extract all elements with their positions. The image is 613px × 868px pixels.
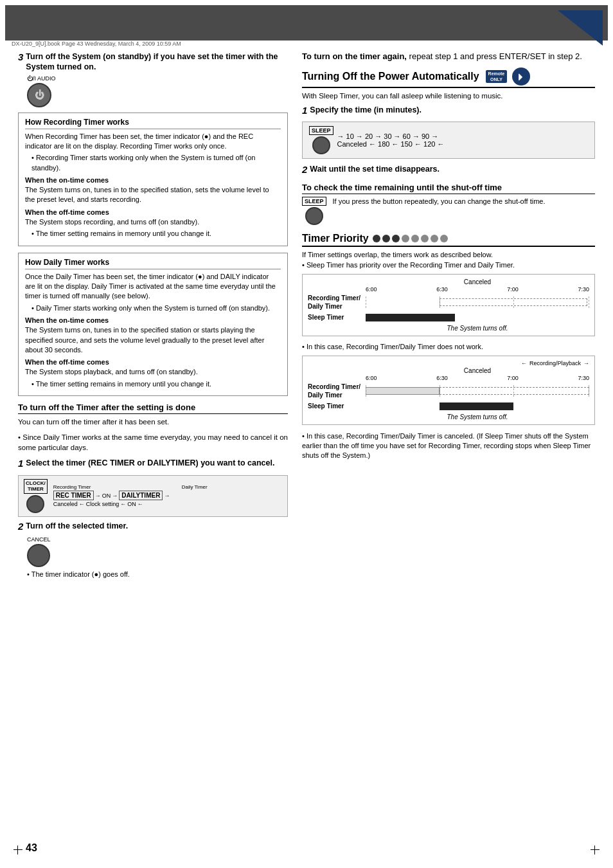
arrow1: → <box>95 493 101 499</box>
diagram1-rec-row: Recording Timer/Daily Timer <box>308 294 589 311</box>
timer-priority-bullet1: • Sleep Timer has priority over the Reco… <box>302 261 595 269</box>
daily-timer-bullet: • Daily Timer starts working only when t… <box>25 303 281 313</box>
sleep-intro: With Sleep Timer, you can fall asleep wh… <box>302 92 595 100</box>
diagram-top-row: REC TIMER → ON → DAILYTIMER → <box>53 491 208 500</box>
diagram2-rec-solid <box>366 387 440 395</box>
on-label1: ON <box>102 493 111 499</box>
diagram2-rec-label: Recording Timer/Daily Timer <box>308 383 366 399</box>
d1-vline2 <box>440 296 440 308</box>
sleep-button-icon <box>312 136 330 154</box>
d2-t3: 7:00 <box>507 375 519 381</box>
diagram1-turns-off: The System turns off. <box>308 325 589 332</box>
diagram-bot-row: Canceled ← Clock setting ← ON ← <box>53 501 208 507</box>
timer-type-labels: Recording Timer Daily Timer <box>53 484 208 490</box>
timer-priority-text: Timer Priority <box>302 233 369 244</box>
off-time-body1: The System stops recording, and turns of… <box>25 217 281 227</box>
timer-priority-dots <box>373 235 448 242</box>
turn-on-again-bold: To turn on the timer again, <box>302 51 407 61</box>
how-recording-timer-box: How Recording Timer works When Recording… <box>18 113 288 246</box>
timer-diagram2: ← Recording/Playback → Canceled 6:00 6:3… <box>302 356 595 425</box>
dot5 <box>411 235 419 242</box>
turning-off-heading: Turning Off the Power Automatically Remo… <box>302 68 595 88</box>
step1-cancel-header: Select the timer (REC TIMER or DAILYTIME… <box>26 458 274 468</box>
power-label: ⏻/I AUDIO <box>27 75 288 82</box>
diagram1-time-labels: 6:00 6:30 7:00 7:30 <box>308 286 589 293</box>
step3-content: ⏻/I AUDIO ⏻ <box>27 75 288 107</box>
timer-priority-intro: If Timer settings overlap, the timers wo… <box>302 251 595 258</box>
step2-sleep-number: 2 <box>302 164 307 175</box>
d2-t1: 6:00 <box>366 375 377 381</box>
dot8 <box>440 235 448 242</box>
rec-timer-box: REC TIMER <box>53 491 94 500</box>
on-time-body2: The System turns on, tunes in to the spe… <box>25 325 281 355</box>
d1-vline4 <box>589 296 589 308</box>
cancel-diagram: CLOCK/TIMER Recording Timer Daily Timer … <box>18 475 288 517</box>
diagram2-sleep-bar <box>366 401 589 412</box>
step3-number: 3 <box>18 51 23 62</box>
arrow-right: → <box>583 360 589 366</box>
dot4 <box>402 235 409 242</box>
diagram1-canceled: Canceled <box>308 278 589 285</box>
sleep-check-button: SLEEP <box>302 197 326 225</box>
remote-badge: RemoteONLY <box>486 70 508 83</box>
turn-on-body: repeat step 1 and press ENTER/SET in ste… <box>409 51 582 61</box>
sleep-bot-row: Canceled ← 180 ← 150 ← 120 ← <box>337 140 445 148</box>
off-time-title2: When the off-time comes <box>25 358 281 366</box>
arrow2: → <box>112 493 118 499</box>
step1-sleep-header: Specify the time (in minutes). <box>310 105 422 115</box>
diagram1-sleep-bar <box>366 312 589 323</box>
corner-mark-bl <box>12 844 24 856</box>
diagram2-rec-bar <box>366 385 589 397</box>
diagram1-note: • In this case, Recording Timer/Daily Ti… <box>302 343 595 350</box>
right-column: To turn on the timer again, repeat step … <box>302 51 595 578</box>
d2-vline4 <box>589 385 589 397</box>
diagram1-sleep-label: Sleep Timer <box>308 314 366 321</box>
clock-timer-label: CLOCK/TIMER <box>24 479 48 494</box>
dot2 <box>382 235 390 242</box>
d1-t2: 6:30 <box>436 286 448 293</box>
diagram1-sleep-row: Sleep Timer <box>308 312 589 323</box>
turning-off-heading-text: Turning Off the Power Automatically <box>302 71 479 82</box>
dot3 <box>392 235 400 242</box>
diagram1-rec-bar <box>366 296 589 308</box>
remote-badge-container: RemoteONLY <box>486 70 508 83</box>
sleep-label-box: SLEEP <box>309 126 333 135</box>
sleep-check-icon <box>305 207 323 225</box>
check-time-heading: To check the time remaining until the sh… <box>302 183 595 194</box>
arrow5: ← <box>120 501 126 507</box>
sleep-diagram: SLEEP → 10 → 20 → 30 → 60 → 90 → Cancele… <box>302 122 595 159</box>
d1-t3: 7:00 <box>507 286 519 293</box>
diagram2-rec-row: Recording Timer/Daily Timer <box>308 383 589 399</box>
step1-sleep-section: 1 Specify the time (in minutes). <box>302 105 595 118</box>
step1-cancel-section: 1 Select the timer (REC TIMER or DAILYTI… <box>18 458 288 471</box>
daily-timer-label: Daily Timer <box>182 484 208 490</box>
triangle-decoration <box>558 10 603 46</box>
canceled-label-diag: Canceled <box>53 501 78 507</box>
step2-cancel-header: Turn off the selected timer. <box>26 521 128 531</box>
arrow-left: ← <box>521 360 527 366</box>
on-time-title1: When the on-time comes <box>25 176 281 184</box>
sleep-sequence: → 10 → 20 → 30 → 60 → 90 → Canceled ← 18… <box>337 132 445 148</box>
sleep-top-row: → 10 → 20 → 30 → 60 → 90 → <box>337 132 445 140</box>
arrow6: ← <box>138 501 143 507</box>
how-recording-timer-bullet: • Recording Timer starts working only wh… <box>25 153 281 173</box>
step1-sleep-number: 1 <box>302 105 307 116</box>
rec-playback-label: Recording/Playback <box>529 360 581 366</box>
d2-vline2 <box>440 385 440 397</box>
turn-on-again-section: To turn on the timer again, repeat step … <box>302 51 595 61</box>
power-button: ⏻ <box>27 83 51 107</box>
left-column: 3 Turn off the System (on standby) if yo… <box>18 51 288 578</box>
page-number: 43 <box>26 842 37 854</box>
how-daily-timer-body: Once the Daily Timer has been set, the t… <box>25 272 281 302</box>
how-recording-timer-title: How Recording Timer works <box>25 118 281 129</box>
file-info: DX-U20_9[U].book Page 43 Wednesday, Marc… <box>12 41 181 47</box>
on-label2: ON <box>127 501 136 507</box>
diagram1-sleep-solid <box>366 314 455 321</box>
recording-timer-label: Recording Timer <box>53 484 91 490</box>
diagram2-sleep-label: Sleep Timer <box>308 402 366 410</box>
turn-off-heading: To turn off the Timer after the setting … <box>18 402 288 414</box>
d2-vline1 <box>366 385 366 397</box>
dot6 <box>421 235 429 242</box>
timer-priority-heading: Timer Priority <box>302 233 595 247</box>
two-column-layout: 3 Turn off the System (on standby) if yo… <box>18 51 595 578</box>
